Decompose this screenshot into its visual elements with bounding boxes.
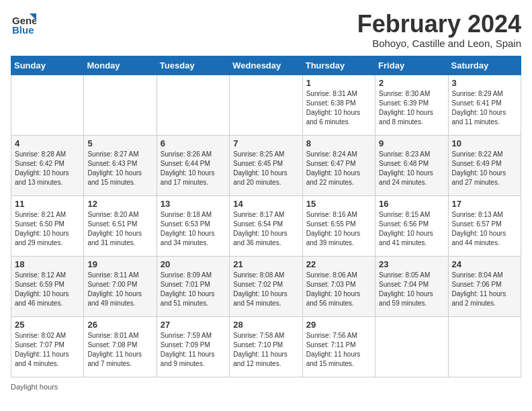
page-header: General Blue February 2024 Bohoyo, Casti…: [11, 11, 521, 49]
day-number: 3: [452, 78, 517, 88]
calendar-cell: 14Sunrise: 8:17 AM Sunset: 6:54 PM Dayli…: [230, 195, 302, 256]
day-number: 25: [15, 320, 80, 330]
calendar-cell: 5Sunrise: 8:27 AM Sunset: 6:43 PM Daylig…: [84, 135, 157, 195]
day-of-week-header: Thursday: [302, 56, 375, 75]
day-of-week-header: Wednesday: [230, 56, 302, 75]
day-info: Sunrise: 8:21 AM Sunset: 6:50 PM Dayligh…: [15, 210, 80, 248]
day-number: 7: [233, 138, 298, 148]
day-number: 10: [452, 138, 517, 148]
day-info: Sunrise: 8:23 AM Sunset: 6:48 PM Dayligh…: [379, 150, 444, 187]
day-info: Sunrise: 8:31 AM Sunset: 6:38 PM Dayligh…: [306, 89, 371, 127]
calendar-cell: 16Sunrise: 8:15 AM Sunset: 6:56 PM Dayli…: [375, 195, 448, 256]
day-info: Sunrise: 8:02 AM Sunset: 7:07 PM Dayligh…: [15, 331, 80, 369]
calendar-cell: 20Sunrise: 8:09 AM Sunset: 7:01 PM Dayli…: [157, 256, 229, 316]
calendar-cell: 13Sunrise: 8:18 AM Sunset: 6:53 PM Dayli…: [157, 195, 229, 256]
day-info: Sunrise: 8:12 AM Sunset: 6:59 PM Dayligh…: [15, 271, 80, 308]
logo: General Blue: [11, 11, 36, 39]
day-info: Sunrise: 8:13 AM Sunset: 6:57 PM Dayligh…: [452, 210, 517, 248]
day-info: Sunrise: 8:30 AM Sunset: 6:39 PM Dayligh…: [379, 89, 444, 127]
calendar-cell: 17Sunrise: 8:13 AM Sunset: 6:57 PM Dayli…: [448, 195, 521, 256]
day-number: 18: [15, 259, 80, 269]
calendar-cell: 12Sunrise: 8:20 AM Sunset: 6:51 PM Dayli…: [84, 195, 157, 256]
title-block: February 2024 Bohoyo, Castille and Leon,…: [357, 11, 521, 49]
calendar-week-row: 18Sunrise: 8:12 AM Sunset: 6:59 PM Dayli…: [11, 256, 521, 316]
calendar-cell: 10Sunrise: 8:22 AM Sunset: 6:49 PM Dayli…: [448, 135, 521, 195]
month-title: February 2024: [357, 11, 521, 38]
svg-text:Blue: Blue: [12, 24, 34, 36]
calendar-cell: 19Sunrise: 8:11 AM Sunset: 7:00 PM Dayli…: [84, 256, 157, 316]
calendar-cell: 24Sunrise: 8:04 AM Sunset: 7:06 PM Dayli…: [448, 256, 521, 316]
day-info: Sunrise: 7:56 AM Sunset: 7:11 PM Dayligh…: [306, 331, 371, 369]
day-number: 22: [306, 259, 371, 269]
calendar-cell: 21Sunrise: 8:08 AM Sunset: 7:02 PM Dayli…: [230, 256, 302, 316]
day-info: Sunrise: 8:08 AM Sunset: 7:02 PM Dayligh…: [233, 271, 298, 308]
day-info: Sunrise: 8:27 AM Sunset: 6:43 PM Dayligh…: [87, 150, 152, 187]
day-info: Sunrise: 8:11 AM Sunset: 7:00 PM Dayligh…: [87, 271, 152, 308]
calendar-cell: 9Sunrise: 8:23 AM Sunset: 6:48 PM Daylig…: [375, 135, 448, 195]
day-of-week-header: Saturday: [448, 56, 521, 75]
day-info: Sunrise: 7:59 AM Sunset: 7:09 PM Dayligh…: [161, 331, 226, 369]
day-number: 26: [87, 320, 152, 330]
calendar-cell: 2Sunrise: 8:30 AM Sunset: 6:39 PM Daylig…: [375, 75, 448, 135]
day-number: 14: [233, 199, 298, 209]
day-number: 21: [233, 259, 298, 269]
calendar-cell: 11Sunrise: 8:21 AM Sunset: 6:50 PM Dayli…: [11, 195, 84, 256]
day-info: Sunrise: 8:22 AM Sunset: 6:49 PM Dayligh…: [452, 150, 517, 187]
calendar-table: SundayMondayTuesdayWednesdayThursdayFrid…: [11, 56, 521, 377]
day-info: Sunrise: 8:01 AM Sunset: 7:08 PM Dayligh…: [87, 331, 152, 369]
calendar-cell: 28Sunrise: 7:58 AM Sunset: 7:10 PM Dayli…: [230, 316, 302, 377]
calendar-cell: 27Sunrise: 7:59 AM Sunset: 7:09 PM Dayli…: [157, 316, 229, 377]
calendar-cell: 8Sunrise: 8:24 AM Sunset: 6:47 PM Daylig…: [302, 135, 375, 195]
day-number: 29: [306, 320, 371, 330]
calendar-cell: [448, 316, 521, 377]
calendar-cell: 23Sunrise: 8:05 AM Sunset: 7:04 PM Dayli…: [375, 256, 448, 316]
day-of-week-header: Sunday: [11, 56, 84, 75]
calendar-cell: 22Sunrise: 8:06 AM Sunset: 7:03 PM Dayli…: [302, 256, 375, 316]
calendar-week-row: 25Sunrise: 8:02 AM Sunset: 7:07 PM Dayli…: [11, 316, 521, 377]
calendar-cell: [230, 75, 302, 135]
day-info: Sunrise: 8:06 AM Sunset: 7:03 PM Dayligh…: [306, 271, 371, 308]
calendar-cell: 26Sunrise: 8:01 AM Sunset: 7:08 PM Dayli…: [84, 316, 157, 377]
day-info: Sunrise: 8:29 AM Sunset: 6:41 PM Dayligh…: [452, 89, 517, 127]
day-number: 13: [161, 199, 226, 209]
day-info: Sunrise: 8:15 AM Sunset: 6:56 PM Dayligh…: [379, 210, 444, 248]
day-info: Sunrise: 8:05 AM Sunset: 7:04 PM Dayligh…: [379, 271, 444, 308]
calendar-cell: [84, 75, 157, 135]
day-number: 5: [87, 138, 152, 148]
location-subtitle: Bohoyo, Castille and Leon, Spain: [357, 38, 521, 49]
footer: Daylight hours: [11, 383, 521, 391]
calendar-cell: [157, 75, 229, 135]
calendar-week-row: 11Sunrise: 8:21 AM Sunset: 6:50 PM Dayli…: [11, 195, 521, 256]
day-info: Sunrise: 8:20 AM Sunset: 6:51 PM Dayligh…: [87, 210, 152, 248]
day-of-week-header: Monday: [84, 56, 157, 75]
day-of-week-header: Tuesday: [157, 56, 229, 75]
day-info: Sunrise: 8:25 AM Sunset: 6:45 PM Dayligh…: [233, 150, 298, 187]
day-number: 19: [87, 259, 152, 269]
calendar-cell: 29Sunrise: 7:56 AM Sunset: 7:11 PM Dayli…: [302, 316, 375, 377]
days-header-row: SundayMondayTuesdayWednesdayThursdayFrid…: [11, 56, 521, 75]
calendar-cell: 18Sunrise: 8:12 AM Sunset: 6:59 PM Dayli…: [11, 256, 84, 316]
calendar-cell: [375, 316, 448, 377]
day-number: 16: [379, 199, 444, 209]
calendar-cell: [11, 75, 84, 135]
day-number: 23: [379, 259, 444, 269]
calendar-cell: 3Sunrise: 8:29 AM Sunset: 6:41 PM Daylig…: [448, 75, 521, 135]
day-number: 2: [379, 78, 444, 88]
calendar-cell: 4Sunrise: 8:28 AM Sunset: 6:42 PM Daylig…: [11, 135, 84, 195]
calendar-cell: 7Sunrise: 8:25 AM Sunset: 6:45 PM Daylig…: [230, 135, 302, 195]
day-info: Sunrise: 8:17 AM Sunset: 6:54 PM Dayligh…: [233, 210, 298, 248]
day-number: 15: [306, 199, 371, 209]
day-info: Sunrise: 8:16 AM Sunset: 6:55 PM Dayligh…: [306, 210, 371, 248]
calendar-cell: 25Sunrise: 8:02 AM Sunset: 7:07 PM Dayli…: [11, 316, 84, 377]
day-info: Sunrise: 8:26 AM Sunset: 6:44 PM Dayligh…: [161, 150, 226, 187]
day-info: Sunrise: 8:04 AM Sunset: 7:06 PM Dayligh…: [452, 271, 517, 308]
calendar-cell: 1Sunrise: 8:31 AM Sunset: 6:38 PM Daylig…: [302, 75, 375, 135]
day-number: 9: [379, 138, 444, 148]
day-number: 6: [161, 138, 226, 148]
day-info: Sunrise: 8:24 AM Sunset: 6:47 PM Dayligh…: [306, 150, 371, 187]
day-number: 11: [15, 199, 80, 209]
day-number: 12: [87, 199, 152, 209]
logo-image: General Blue: [11, 11, 36, 39]
calendar-week-row: 4Sunrise: 8:28 AM Sunset: 6:42 PM Daylig…: [11, 135, 521, 195]
day-number: 1: [306, 78, 371, 88]
